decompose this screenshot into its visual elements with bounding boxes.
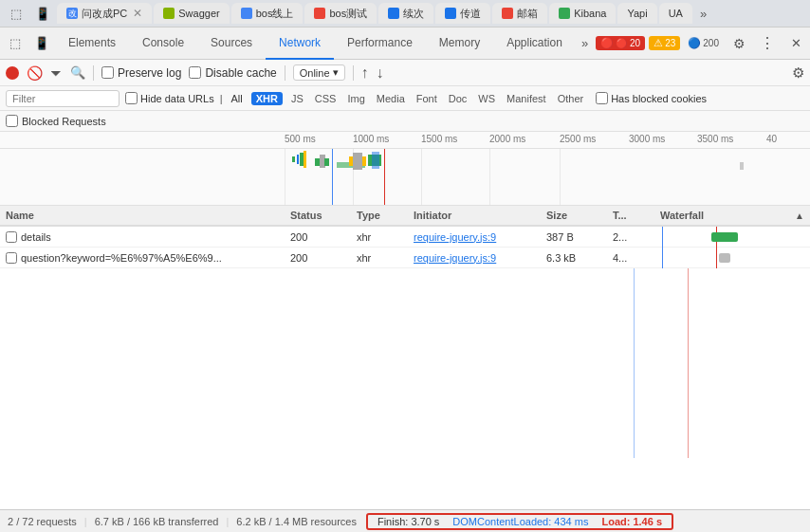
disable-cache-checkbox[interactable]: Disable cache	[189, 66, 276, 80]
overview-bar-1b	[297, 155, 299, 164]
load-line-overview	[384, 149, 385, 206]
browser-tab-yapi[interactable]: Yapi	[617, 3, 656, 24]
row-checkbox-2[interactable]	[6, 252, 17, 264]
browser-tab-chuandao[interactable]: 传道	[435, 3, 490, 24]
tab-close-gaicheng[interactable]: ✕	[133, 7, 142, 20]
upload-icon[interactable]: ↑	[361, 64, 369, 82]
td-time-2: 4...	[607, 252, 654, 264]
tab-memory[interactable]: Memory	[426, 28, 493, 60]
filter-manifest[interactable]: Manifest	[504, 92, 549, 105]
browser-tab-youxiang[interactable]: 邮箱	[492, 3, 547, 24]
th-waterfall[interactable]: Waterfall ▲	[654, 210, 810, 221]
error-badge[interactable]: 🔴🔴 20	[596, 36, 645, 50]
tab-elements[interactable]: Elements	[55, 28, 129, 60]
filter-bar: Hide data URLs | All XHR JS CSS Img Medi…	[0, 86, 810, 111]
browser-tab-bos2[interactable]: bos测试	[304, 3, 377, 24]
wf-grid-4	[489, 149, 490, 206]
more-menu-icon[interactable]: ⋮	[755, 31, 780, 56]
dom-line-row1	[662, 227, 663, 248]
browser-tab-kibana[interactable]: Kibana	[549, 3, 616, 24]
dom-content-loaded: DOMContentLoaded: 434 ms	[452, 516, 588, 527]
tab-label-ua: UA	[669, 8, 683, 19]
filter-img[interactable]: Img	[344, 92, 367, 105]
tick-40: 40	[766, 134, 777, 144]
empty-rows-area	[0, 268, 810, 458]
th-size[interactable]: Size	[541, 210, 607, 221]
wf-grid-1	[285, 149, 285, 206]
filter-doc[interactable]: Doc	[446, 92, 470, 105]
filter-css[interactable]: CSS	[312, 92, 340, 105]
tab-label-bos1: bos线上	[256, 7, 294, 21]
filter-xhr[interactable]: XHR	[251, 92, 283, 105]
tab-console[interactable]: Console	[129, 28, 197, 60]
td-initiator-1[interactable]: require-jquery.js:9	[408, 231, 541, 243]
record-button[interactable]	[6, 66, 19, 80]
browser-tab-gaicheng[interactable]: 改 问改成PC ✕	[57, 3, 152, 24]
hide-data-urls-checkbox[interactable]: Hide data URLs	[125, 92, 214, 104]
inspect-device-icon[interactable]: ⬚	[2, 30, 28, 57]
warn-badge[interactable]: ⚠23	[649, 36, 680, 50]
preserve-log-checkbox[interactable]: Preserve log	[101, 66, 181, 80]
tab-network[interactable]: Network	[266, 28, 334, 60]
online-select[interactable]: Online ▾	[293, 64, 345, 81]
tab-performance[interactable]: Performance	[334, 28, 426, 60]
th-type[interactable]: Type	[351, 210, 408, 221]
finish-time: Finish: 3.70 s	[377, 516, 439, 527]
browser-tab-swagger[interactable]: Swagger	[154, 3, 229, 24]
table-row[interactable]: details 200 xhr require-jquery.js:9 387 …	[0, 227, 810, 248]
filter-all[interactable]: All	[229, 92, 246, 105]
filter-other[interactable]: Other	[555, 92, 587, 105]
search-icon[interactable]: 🔍	[70, 65, 85, 80]
info-badge[interactable]: 🔵200	[684, 36, 723, 50]
tab-favicon-swagger	[163, 8, 175, 19]
td-size-2: 6.3 kB	[541, 252, 607, 264]
device-icon[interactable]: 📱	[30, 2, 55, 25]
waterfall-overview	[0, 149, 810, 206]
load-line-row2	[716, 248, 717, 268]
th-time[interactable]: T...	[607, 210, 654, 221]
th-name[interactable]: Name	[0, 210, 285, 221]
download-icon[interactable]: ↓	[377, 64, 384, 82]
tab-label-chuandao: 传道	[460, 7, 481, 21]
table-row[interactable]: question?keyword=%E6%97%A5%E6%9... 200 x…	[0, 248, 810, 268]
more-tabs-btn[interactable]: »	[694, 5, 712, 23]
load-line-empty	[688, 268, 689, 458]
td-type-2: xhr	[351, 252, 408, 264]
browser-tab-ua[interactable]: UA	[659, 3, 692, 24]
browser-tab-bos1[interactable]: bos线上	[231, 3, 304, 24]
td-initiator-2[interactable]: require-jquery.js:9	[408, 252, 541, 264]
tab-application[interactable]: Application	[493, 28, 576, 60]
blocked-requests-checkbox[interactable]: Blocked Requests	[6, 115, 106, 127]
th-status[interactable]: Status	[285, 210, 351, 221]
requests-count: 2 / 72 requests	[8, 516, 77, 527]
filter-media[interactable]: Media	[374, 92, 408, 105]
browser-tab-xuci[interactable]: 续次	[378, 3, 433, 24]
filter-input[interactable]	[6, 90, 120, 107]
filter-js[interactable]: JS	[288, 92, 306, 105]
tab-overflow[interactable]: »	[576, 28, 594, 60]
toolbar-settings-icon[interactable]: ⚙	[792, 64, 804, 82]
td-name-2: question?keyword=%E6%97%A5%E6%9...	[0, 252, 285, 264]
row-checkbox-1[interactable]	[6, 231, 17, 243]
tick-3500: 3500 ms	[697, 134, 733, 144]
blocked-cookies-checkbox[interactable]: Has blocked cookies	[596, 92, 707, 104]
inspect-icon[interactable]: ⬚	[4, 2, 28, 25]
settings-icon[interactable]: ⚙	[727, 31, 751, 56]
td-waterfall-2	[654, 248, 810, 268]
wf-grid-3	[421, 149, 422, 206]
wf-bar-row2	[719, 253, 730, 263]
device-toggle-icon[interactable]: 📱	[28, 30, 55, 57]
td-time-1: 2...	[607, 231, 654, 243]
network-table: Name Status Type Initiator Size T... Wat…	[0, 206, 810, 509]
filter-ws[interactable]: WS	[475, 92, 498, 105]
tab-label-xuci: 续次	[403, 7, 424, 21]
clear-button[interactable]: 🚫	[27, 65, 42, 81]
table-body: details 200 xhr require-jquery.js:9 387 …	[0, 227, 810, 509]
filter-toggle-icon[interactable]: ⏷	[49, 65, 63, 81]
tab-sources[interactable]: Sources	[197, 28, 266, 60]
close-devtools-icon[interactable]: ✕	[783, 31, 808, 56]
th-initiator[interactable]: Initiator	[408, 210, 541, 221]
tab-label-bos2: bos测试	[329, 7, 367, 21]
dom-loaded-line-overview	[332, 149, 333, 206]
filter-font[interactable]: Font	[414, 92, 440, 105]
